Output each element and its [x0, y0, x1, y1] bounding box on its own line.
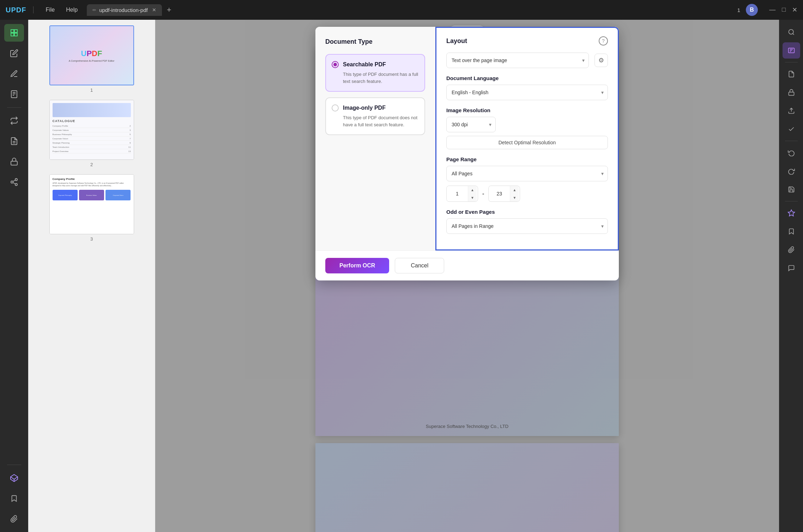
cancel-button[interactable]: Cancel [395, 258, 444, 273]
text-placement-row: Text over the page image Text under the … [446, 53, 608, 68]
tool-annotate[interactable] [4, 65, 24, 83]
radio-image-only-circle [332, 104, 339, 111]
option-image-only[interactable]: Image-only PDF This type of PDF document… [325, 97, 425, 135]
menu-bar: File Help [41, 5, 83, 15]
thumbnail-2[interactable]: CATALOGUE Company Profile2 Corporate Val… [49, 100, 134, 167]
option-searchable-header: Searchable PDF [332, 61, 419, 68]
help-icon[interactable]: ? [599, 36, 608, 46]
svg-point-13 [15, 183, 17, 186]
bottom-tools [4, 463, 24, 528]
rtool-attachment[interactable] [783, 242, 800, 258]
rtool-check[interactable] [783, 121, 800, 137]
tab-close-icon[interactable]: ✕ [152, 7, 156, 13]
menu-file[interactable]: File [41, 5, 60, 15]
maximize-button[interactable]: □ [782, 6, 786, 14]
svg-rect-2 [11, 33, 14, 36]
text-placement-select-wrapper: Text over the page image Text under the … [446, 53, 589, 68]
dialog-footer: Perform OCR Cancel [315, 250, 619, 280]
text-placement-select[interactable]: Text over the page image Text under the … [446, 53, 589, 68]
tool-attachment[interactable] [4, 510, 24, 528]
minimize-button[interactable]: — [769, 6, 775, 14]
menu-help[interactable]: Help [61, 5, 83, 15]
rtool-redo[interactable] [783, 163, 800, 179]
option-searchable[interactable]: Searchable PDF This type of PDF document… [325, 54, 425, 92]
thumbnail-3[interactable]: Company Profile UPDF, developed by Super… [49, 174, 134, 242]
range-start-wrap: 1 ▲ ▼ [446, 186, 478, 202]
rtool-page-info[interactable] [783, 66, 800, 82]
title-separator [33, 6, 34, 13]
range-end-up[interactable]: ▲ [510, 186, 519, 194]
tool-share[interactable] [4, 173, 24, 191]
tool-edit[interactable] [4, 44, 24, 62]
perform-ocr-button[interactable]: Perform OCR [325, 258, 389, 273]
tool-bookmark[interactable] [4, 490, 24, 507]
option-image-only-label: Image-only PDF [343, 105, 386, 111]
range-end-down[interactable]: ▼ [510, 194, 519, 201]
rtool-save[interactable] [783, 181, 800, 198]
svg-line-14 [13, 183, 15, 184]
thumb-num-2: 2 [90, 162, 93, 167]
thumb-img-1: UPDF A Comprehensive AI-Powered PDF Edit… [49, 25, 134, 85]
odd-even-select[interactable]: All Pages in Range Odd Pages Only Even P… [446, 218, 608, 234]
tool-forms[interactable] [4, 132, 24, 150]
thumb3-cards: Corporate Philosophy Business Values Cor… [53, 190, 131, 200]
svg-rect-3 [14, 33, 17, 36]
user-avatar[interactable]: B [746, 4, 758, 16]
page-range-group: Page Range All Pages Current Page Custom… [446, 156, 608, 202]
image-resolution-group: Image Resolution 72 dpi 96 dpi 150 dpi 2 [446, 107, 608, 149]
svg-point-11 [15, 179, 17, 181]
rtool-bookmark[interactable] [783, 223, 800, 240]
right-sidebar [779, 20, 803, 532]
rtool-search[interactable] [783, 24, 800, 40]
tool-pages[interactable] [4, 85, 24, 103]
doc-language-label: Document Language [446, 75, 608, 81]
thumb3-text: UPDF, developed by Superace Software Tec… [53, 182, 131, 187]
rtool-comment[interactable] [783, 260, 800, 276]
range-end-input[interactable]: 23 [489, 187, 510, 200]
range-row: 1 ▲ ▼ - 23 ▲ [446, 186, 608, 202]
resolution-select[interactable]: 72 dpi 96 dpi 150 dpi 200 dpi 300 dpi 60… [446, 117, 496, 132]
tool-thumbnails[interactable] [4, 24, 24, 42]
tab-updf-intro[interactable]: ✏ updf-introduction-pdf ✕ [87, 4, 162, 16]
option-searchable-desc: This type of PDF document has a full tex… [332, 71, 419, 85]
range-start-spinners: ▲ ▼ [468, 186, 477, 201]
page-range-select-wrapper: All Pages Current Page Custom Range ▾ [446, 166, 608, 181]
content-area: − 21% ▾ UPDF A Comprehensive AI-Powe... … [155, 20, 779, 532]
thumb-img-2: CATALOGUE Company Profile2 Corporate Val… [49, 100, 134, 160]
range-start-up[interactable]: ▲ [468, 186, 477, 194]
rtool-lock[interactable] [783, 84, 800, 101]
rtool-undo[interactable] [783, 145, 800, 161]
range-start-input[interactable]: 1 [447, 187, 468, 200]
tool-protect[interactable] [4, 153, 24, 170]
image-resolution-label: Image Resolution [446, 107, 608, 113]
main-layout: UPDF A Comprehensive AI-Powered PDF Edit… [0, 20, 803, 532]
tab-add-button[interactable]: + [164, 4, 174, 16]
layout-section: Layout ? Text over the page image [435, 27, 619, 250]
text-placement-select-wrap: Text over the page image Text under the … [446, 53, 589, 68]
app-logo: UPDF [6, 6, 26, 14]
detect-resolution-button[interactable]: Detect Optimal Resolution [446, 136, 608, 149]
rtool-ai[interactable] [783, 205, 800, 221]
resolution-select-wrap: 72 dpi 96 dpi 150 dpi 200 dpi 300 dpi 60… [446, 117, 496, 132]
page-range-select[interactable]: All Pages Current Page Custom Range [446, 166, 608, 181]
thumb2-lines: Company Profile2 Corporate Values3 Busin… [53, 125, 131, 153]
svg-marker-26 [788, 210, 794, 216]
text-placement-settings-btn[interactable]: ⚙ [594, 54, 608, 67]
thumbnail-1[interactable]: UPDF A Comprehensive AI-Powered PDF Edit… [49, 25, 134, 93]
svg-rect-24 [789, 92, 794, 95]
tool-convert[interactable] [4, 112, 24, 129]
thumbnail-panel: UPDF A Comprehensive AI-Powered PDF Edit… [28, 20, 155, 532]
language-select[interactable]: English - English Chinese - Simplified F… [446, 85, 608, 100]
rtool-ocr[interactable] [783, 42, 800, 59]
range-end-wrap: 23 ▲ ▼ [488, 186, 520, 202]
rtool-export[interactable] [783, 103, 800, 119]
odd-even-group: Odd or Even Pages All Pages in Range Odd… [446, 209, 608, 234]
resolution-select-wrapper: 72 dpi 96 dpi 150 dpi 200 dpi 300 dpi 60… [446, 117, 496, 132]
rtool-sep-3 [785, 201, 798, 201]
range-start-down[interactable]: ▼ [468, 194, 477, 201]
thumb-num-3: 3 [90, 236, 93, 242]
text-placement-group: Text over the page image Text under the … [446, 53, 608, 68]
close-button[interactable]: ✕ [792, 6, 797, 14]
svg-rect-0 [11, 30, 14, 32]
tool-stack[interactable] [4, 469, 24, 487]
